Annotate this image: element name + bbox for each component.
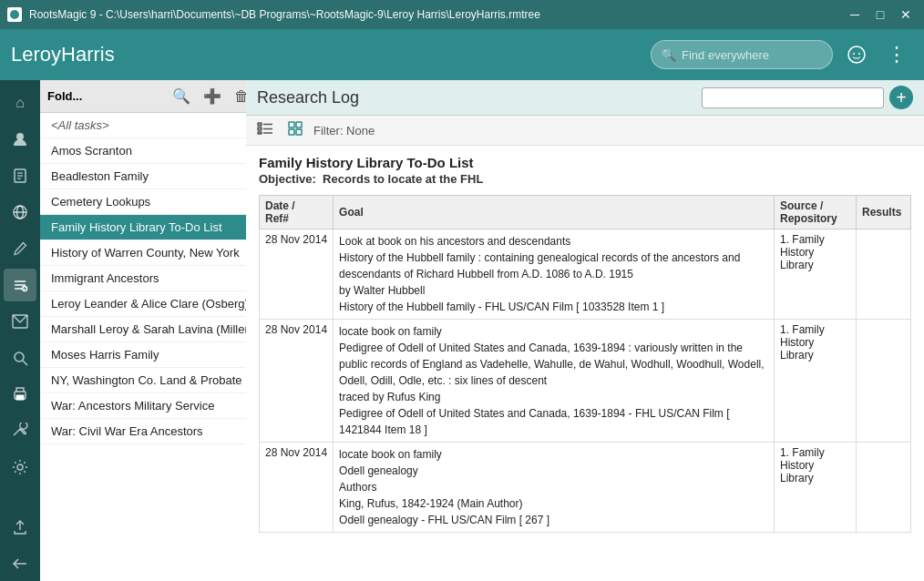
- cell-goal-1: locate book on family Pedigree of Odell …: [334, 320, 775, 443]
- table-row: 28 Nov 2014locate book on family Odell g…: [260, 443, 911, 533]
- face-button[interactable]: [840, 38, 873, 71]
- person-icon-btn[interactable]: [4, 123, 36, 156]
- filter-text: Filter: None: [313, 124, 375, 138]
- settings-icon-btn[interactable]: [4, 451, 36, 484]
- svg-rect-25: [258, 132, 262, 134]
- content-area: Research Log +: [246, 80, 924, 581]
- folder-label: Fold...: [47, 89, 163, 103]
- svg-point-4: [16, 133, 24, 140]
- globe-icon-btn[interactable]: [4, 196, 36, 229]
- svg-point-1: [848, 46, 865, 63]
- search-placeholder: Find everywhere: [682, 48, 769, 62]
- svg-rect-24: [258, 127, 262, 130]
- tools-icon-btn[interactable]: [4, 414, 36, 447]
- window-controls: ─ □ ✕: [844, 4, 917, 25]
- app-icon: [7, 7, 22, 22]
- app-title: LeroyHarris: [11, 43, 115, 66]
- filter-bar: Filter: None: [246, 116, 924, 146]
- svg-point-18: [15, 352, 24, 362]
- log-objective: Objective: Records to locate at the FHL: [259, 172, 911, 186]
- content-add-button[interactable]: +: [889, 86, 913, 109]
- svg-rect-32: [296, 129, 302, 135]
- table-row: 28 Nov 2014locate book on family Pedigre…: [260, 320, 911, 443]
- log-table: Date /Ref# Goal Source /Repository Resul…: [259, 195, 911, 533]
- content-header: Research Log +: [246, 80, 924, 116]
- cell-goal-2: locate book on family Odell genealogy Au…: [334, 443, 775, 533]
- svg-line-16: [24, 289, 25, 290]
- content-title: Research Log: [257, 88, 359, 107]
- cell-source-1: 1. Family History Library: [775, 320, 857, 443]
- cell-results-1: [857, 320, 911, 443]
- log-title: Family History Library To-Do List: [259, 155, 911, 170]
- share-icon-btn[interactable]: [4, 511, 36, 544]
- header-right: 🔍 Find everywhere ⋮: [651, 38, 913, 71]
- svg-line-19: [23, 361, 27, 365]
- mail-icon-btn[interactable]: [4, 305, 36, 338]
- col-header-results: Results: [857, 196, 911, 229]
- title-bar-left: RootsMagic 9 - C:\Users\harri\Documents\…: [7, 7, 540, 22]
- col-header-goal: Goal: [334, 196, 775, 229]
- svg-rect-31: [289, 129, 294, 135]
- svg-point-22: [17, 464, 23, 470]
- folder-search-button[interactable]: 🔍: [169, 86, 194, 107]
- menu-button[interactable]: ⋮: [880, 38, 913, 71]
- cell-source-2: 1. Family History Library: [775, 443, 857, 533]
- cell-results-2: [857, 443, 911, 533]
- cell-date-0: 28 Nov 2014: [260, 229, 334, 320]
- svg-rect-21: [16, 395, 24, 400]
- cell-source-0: 1. Family History Library: [775, 229, 857, 320]
- cell-date-1: 28 Nov 2014: [260, 320, 334, 443]
- cell-goal-0: Look at book on his ancestors and descen…: [334, 229, 775, 320]
- main-layout: ⌂: [0, 80, 924, 581]
- grid-view-button[interactable]: [284, 119, 306, 141]
- sidebar-inner: ⌂: [0, 80, 246, 581]
- pencil-icon-btn[interactable]: [4, 232, 36, 265]
- back-icon-btn[interactable]: [4, 547, 36, 580]
- log-content: Family History Library To-Do List Object…: [246, 146, 924, 581]
- svg-rect-23: [258, 123, 262, 126]
- col-header-date: Date /Ref#: [260, 196, 334, 229]
- maximize-button[interactable]: □: [869, 4, 891, 25]
- svg-rect-30: [296, 122, 302, 127]
- cell-date-2: 28 Nov 2014: [260, 443, 334, 533]
- app-header: LeroyHarris 🔍 Find everywhere ⋮: [0, 29, 924, 80]
- svg-point-3: [858, 53, 860, 55]
- col-header-source: Source /Repository: [775, 196, 857, 229]
- list-icon-btn[interactable]: [4, 269, 36, 301]
- table-row: 28 Nov 2014Look at book on his ancestors…: [260, 229, 911, 320]
- title-bar-text: RootsMagic 9 - C:\Users\harri\Documents\…: [29, 8, 540, 21]
- svg-point-0: [10, 10, 19, 19]
- print-icon-btn[interactable]: [4, 378, 36, 411]
- svg-rect-29: [289, 122, 294, 127]
- home-icon-btn[interactable]: ⌂: [4, 87, 36, 119]
- content-header-right: +: [702, 86, 913, 109]
- cell-results-0: [857, 229, 911, 320]
- table-header-row: Date /Ref# Goal Source /Repository Resul…: [260, 196, 911, 229]
- objective-label: Objective:: [259, 172, 316, 186]
- content-search-input[interactable]: [702, 87, 884, 108]
- global-search-bar[interactable]: 🔍 Find everywhere: [651, 40, 833, 69]
- objective-text: Records to locate at the FHL: [323, 172, 483, 186]
- folder-add-button[interactable]: ➕: [200, 86, 225, 107]
- sidebar-icon-rail: ⌂: [0, 80, 40, 581]
- book-icon-btn[interactable]: [4, 159, 36, 192]
- search-icon: 🔍: [661, 47, 676, 62]
- list-view-button[interactable]: [253, 120, 277, 140]
- minimize-button[interactable]: ─: [844, 4, 866, 25]
- close-button[interactable]: ✕: [895, 4, 917, 25]
- svg-point-2: [853, 53, 855, 55]
- sidebar: ⌂: [0, 80, 246, 581]
- search-side-icon-btn[interactable]: [4, 341, 36, 374]
- title-bar: RootsMagic 9 - C:\Users\harri\Documents\…: [0, 0, 924, 29]
